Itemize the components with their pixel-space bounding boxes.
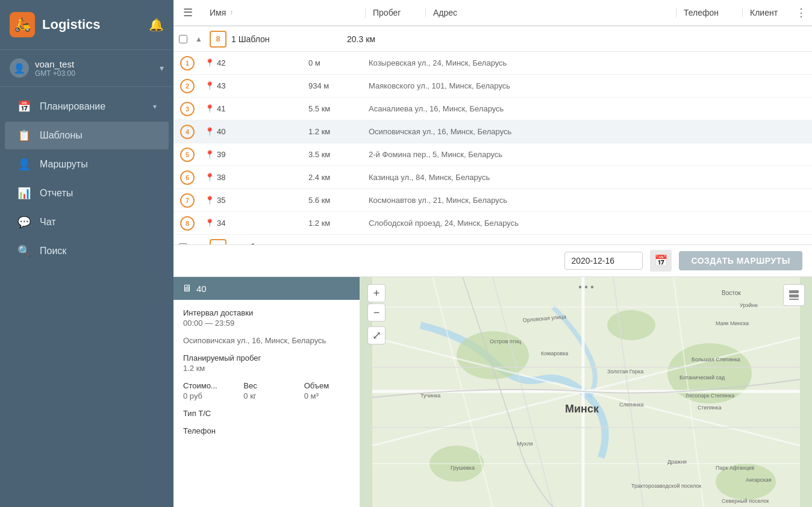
- routes-icon: 👤: [17, 158, 31, 171]
- svg-text:Северный поселок: Северный поселок: [722, 498, 769, 504]
- map-svg: Минск Восток Урэйне Маяк Минска Большая …: [360, 277, 812, 507]
- pin-icon: 📍: [205, 196, 214, 205]
- stop-number: 8: [180, 216, 195, 231]
- main-content: ☰ Имя ↑ Пробег Адрес Телефон Клиент ⋮: [173, 0, 812, 507]
- svg-text:Ботанический сад: Ботанический сад: [679, 375, 725, 381]
- stop-address: Козыревская ул., 24, Минск, Беларусь: [361, 58, 812, 67]
- route-table: ☰ Имя ↑ Пробег Адрес Телефон Клиент ⋮: [173, 0, 812, 277]
- stop-indent: 4: [173, 125, 205, 139]
- table-menu-icon[interactable]: ☰: [173, 6, 202, 19]
- date-input[interactable]: [564, 252, 643, 270]
- planning-icon: 📅: [17, 100, 31, 113]
- pin-icon: 📍: [205, 81, 214, 90]
- svg-rect-0: [789, 290, 799, 293]
- sidebar-item-search[interactable]: 🔍 Поиск: [5, 237, 169, 265]
- svg-text:Золотая Горка: Золотая Горка: [607, 369, 643, 375]
- svg-text:Лесопарк Степянка: Лесопарк Степянка: [686, 393, 734, 399]
- table-more-icon[interactable]: ⋮: [790, 6, 812, 19]
- stop-mileage: 5.5 км: [301, 104, 361, 113]
- user-timezone: GMT +03:00: [35, 69, 160, 78]
- sidebar-item-planning[interactable]: 📅 Планирование ▾: [5, 93, 169, 120]
- col-address: Адрес: [425, 8, 676, 17]
- weight-col: Вес 0 кг: [243, 381, 289, 400]
- pin-icon: 📍: [205, 173, 214, 182]
- route-toggle[interactable]: ▲: [193, 35, 205, 43]
- weight-value: 0 кг: [243, 391, 289, 400]
- detail-header: 🖥 40: [173, 277, 360, 300]
- weight-label: Вес: [243, 381, 289, 390]
- svg-text:Урэйне: Урэйне: [740, 302, 758, 308]
- detail-panel: 🖥 40 Интервал доставки 00:00 — 23:59 Оси…: [173, 277, 360, 507]
- stop-row: 1 📍42 0 м Козыревская ул., 24, Минск, Бе…: [173, 52, 812, 75]
- stop-id: 📍34: [205, 219, 301, 228]
- volume-label: Объем: [304, 381, 350, 390]
- stop-row: 2 📍43 934 м Маяковского ул., 101, Минск,…: [173, 75, 812, 98]
- pin-icon: 📍: [205, 104, 214, 113]
- svg-text:Остров птиц: Остров птиц: [490, 338, 521, 344]
- vehicle-type-label: Тип Т/С: [183, 409, 350, 418]
- user-chevron-icon: ▾: [160, 63, 164, 73]
- reports-icon: 📊: [17, 187, 31, 200]
- svg-point-8: [607, 310, 655, 340]
- sort-icon: ↑: [230, 8, 233, 17]
- svg-text:Дражня: Дражня: [667, 459, 687, 465]
- sidebar-item-label-chat: Чат: [40, 217, 157, 228]
- map-zoom-in-button[interactable]: +: [367, 284, 386, 302]
- map-zoom-out-button[interactable]: −: [367, 303, 386, 322]
- map-controls: + − ⤢: [367, 284, 386, 344]
- svg-text:Мухля: Мухля: [517, 441, 533, 447]
- phone-label: Телефон: [183, 426, 350, 435]
- stop-id: 📍35: [205, 196, 301, 205]
- stop-indent: 3: [173, 102, 205, 116]
- map-more-icon[interactable]: • • •: [578, 282, 594, 293]
- stop-mileage: 3.5 км: [301, 150, 361, 159]
- create-routes-button[interactable]: СОЗДАТЬ МАРШРУТЫ: [679, 251, 802, 270]
- stop-number: 1: [180, 56, 195, 70]
- route-checkbox[interactable]: [173, 35, 193, 43]
- detail-body: Интервал доставки 00:00 — 23:59 Осипович…: [173, 300, 360, 452]
- sidebar-item-label-planning: Планирование: [40, 101, 145, 112]
- volume-value: 0 м³: [304, 391, 350, 400]
- svg-text:Комаровка: Комаровка: [541, 350, 568, 356]
- stop-number: 2: [180, 79, 195, 93]
- cost-value: 0 руб: [183, 391, 229, 400]
- delivery-interval-value: 00:00 — 23:59: [183, 319, 350, 328]
- stop-indent: 1: [173, 56, 205, 70]
- stop-id: 📍40: [205, 127, 301, 136]
- map-expand-button[interactable]: ⤢: [367, 326, 386, 344]
- templates-icon: 📋: [17, 129, 31, 142]
- cost-weight-volume-row: Стоимо... 0 руб Вес 0 кг Объем 0 м³: [183, 381, 350, 400]
- user-profile[interactable]: 👤 voan_test GMT +03:00 ▾: [0, 50, 173, 87]
- stop-mileage: 2.4 км: [301, 173, 361, 182]
- route-name: 1 Шаблон: [231, 34, 340, 44]
- stop-mileage: 934 м: [301, 81, 361, 90]
- stop-id: 📍42: [205, 58, 301, 67]
- sidebar-item-templates[interactable]: 📋 Шаблоны: [5, 122, 169, 149]
- bottom-area: 🖥 40 Интервал доставки 00:00 — 23:59 Оси…: [173, 277, 812, 507]
- stop-row: 8 📍34 1.2 км Слободской проезд, 24, Минс…: [173, 212, 812, 235]
- col-client: Клиент: [742, 8, 790, 17]
- detail-title: 40: [196, 284, 207, 294]
- svg-text:Тучинка: Тучинка: [420, 393, 440, 399]
- sidebar-item-chat[interactable]: 💬 Чат: [5, 208, 169, 236]
- map-layers-button[interactable]: [783, 284, 805, 306]
- map-area: • • • + − ⤢: [360, 277, 812, 507]
- stop-address: Осиповичская ул., 16, Минск, Беларусь: [361, 127, 812, 136]
- sidebar-nav: 📅 Планирование ▾ 📋 Шаблоны 👤 Маршруты 📊 …: [0, 87, 173, 507]
- sidebar-item-label-search: Поиск: [40, 246, 157, 257]
- svg-text:Парк Афганцев: Парк Афганцев: [716, 465, 755, 471]
- volume-col: Объем 0 м³: [304, 381, 350, 400]
- col-name[interactable]: Имя ↑: [202, 8, 365, 17]
- notification-bell-icon[interactable]: 🔔: [149, 17, 164, 32]
- sidebar-item-routes[interactable]: 👤 Маршруты: [5, 151, 169, 178]
- calendar-button[interactable]: 📅: [650, 250, 672, 272]
- stop-id: 📍43: [205, 81, 301, 90]
- svg-text:Тракторозаводской поселок: Тракторозаводской поселок: [631, 483, 701, 489]
- sidebar-item-reports[interactable]: 📊 Отчеты: [5, 179, 169, 207]
- route-row: ▲ 8 1 Шаблон 20.3 км: [173, 26, 812, 52]
- stop-row: 6 📍38 2.4 км Казинца ул., 84, Минск, Бел…: [173, 166, 812, 189]
- delivery-interval-label: Интервал доставки: [183, 308, 350, 317]
- table-body: ▲ 8 1 Шаблон 20.3 км 1 📍42 0 м Козыревск…: [173, 26, 812, 244]
- svg-text:Степянка: Степянка: [698, 405, 721, 411]
- stop-mileage: 0 м: [301, 58, 361, 67]
